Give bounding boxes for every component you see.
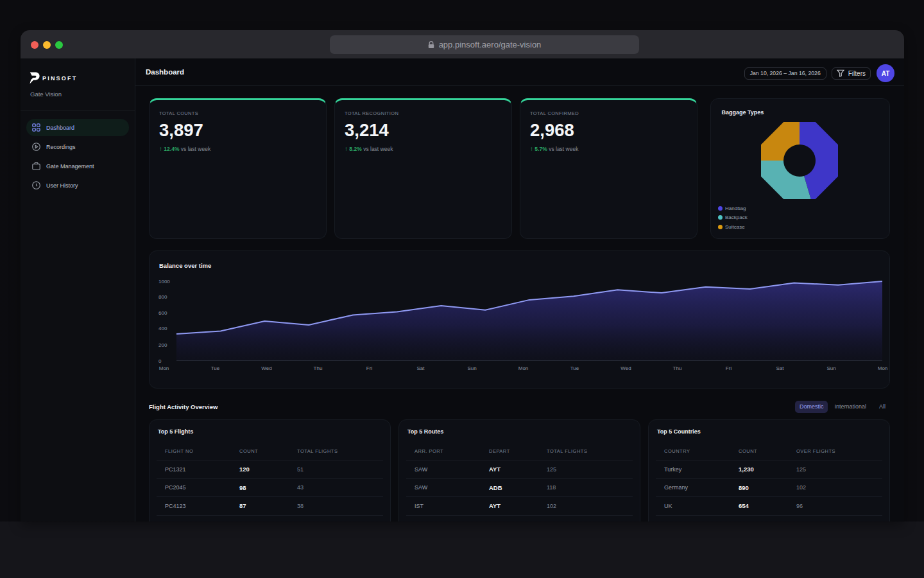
svg-text:Fri: Fri	[366, 365, 373, 371]
svg-text:600: 600	[158, 310, 167, 316]
svg-text:Wed: Wed	[261, 365, 271, 371]
svg-text:Mon: Mon	[159, 365, 169, 371]
svg-text:Fri: Fri	[726, 365, 732, 371]
svg-text:Sat: Sat	[416, 365, 425, 371]
svg-text:Wed: Wed	[620, 365, 631, 371]
svg-text:Sun: Sun	[826, 365, 835, 371]
svg-text:0: 0	[158, 358, 162, 364]
svg-text:Tue: Tue	[211, 365, 220, 371]
svg-text:800: 800	[158, 294, 167, 300]
svg-text:1000: 1000	[158, 279, 170, 285]
svg-text:Thu: Thu	[314, 365, 323, 371]
svg-text:Thu: Thu	[673, 365, 682, 371]
svg-text:Mon: Mon	[878, 365, 888, 371]
svg-text:400: 400	[158, 326, 167, 331]
svg-text:Sat: Sat	[776, 365, 784, 371]
svg-text:Tue: Tue	[570, 365, 579, 371]
svg-text:200: 200	[158, 342, 167, 348]
svg-text:Sun: Sun	[467, 365, 476, 371]
svg-text:Mon: Mon	[518, 365, 529, 371]
